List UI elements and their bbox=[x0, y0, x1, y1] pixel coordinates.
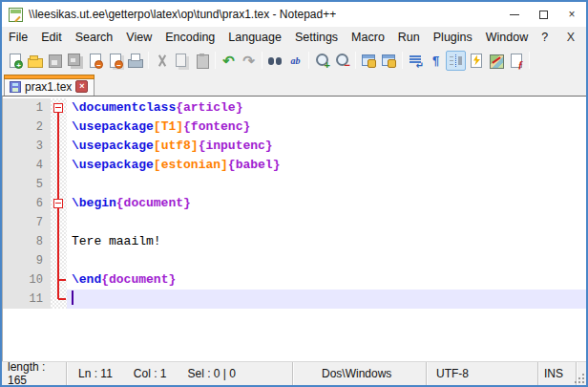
code-line[interactable]: 10\end{document} bbox=[3, 270, 586, 290]
tab-prax1.tex[interactable]: prax1.tex× bbox=[4, 75, 94, 96]
function-list-button[interactable] bbox=[506, 51, 526, 71]
print-button[interactable] bbox=[125, 51, 145, 71]
save-button[interactable] bbox=[45, 51, 65, 71]
toolbar-separator bbox=[402, 52, 403, 69]
resize-grip[interactable] bbox=[577, 362, 586, 385]
tab-close-button[interactable]: × bbox=[75, 80, 88, 93]
open-file-button[interactable] bbox=[25, 51, 45, 71]
paste-icon bbox=[194, 53, 210, 69]
fold-margin-cell bbox=[51, 290, 67, 309]
menu-item-edit[interactable]: Edit bbox=[34, 27, 69, 48]
fold-line bbox=[57, 232, 59, 251]
document-map-icon bbox=[488, 53, 504, 69]
menu-item-search[interactable]: Search bbox=[69, 27, 120, 48]
line-number: 3 bbox=[3, 137, 51, 156]
line-number: 9 bbox=[3, 251, 51, 270]
code-line[interactable]: 1\documentclass{article} bbox=[3, 98, 586, 118]
function-list-icon bbox=[508, 53, 524, 69]
code-text: \documentclass{article} bbox=[67, 98, 586, 118]
menu-item-window[interactable]: Window bbox=[479, 27, 535, 48]
fold-line bbox=[57, 118, 59, 137]
menu-item-file[interactable]: File bbox=[2, 27, 34, 48]
code-line[interactable]: 7 bbox=[3, 213, 586, 232]
menu-item-view[interactable]: View bbox=[119, 27, 158, 48]
status-encoding[interactable]: UTF-8 bbox=[427, 362, 538, 385]
menubar-close-button[interactable]: X bbox=[556, 31, 586, 44]
find-button[interactable] bbox=[265, 51, 285, 71]
fold-line bbox=[58, 279, 66, 281]
word-wrap-button[interactable] bbox=[406, 51, 426, 71]
menu-item-help[interactable]: ? bbox=[535, 27, 555, 48]
zoom-out-icon bbox=[334, 53, 350, 69]
fold-margin-cell bbox=[51, 251, 67, 270]
open-file-icon bbox=[27, 53, 43, 69]
minimize-button[interactable] bbox=[500, 2, 529, 27]
line-number: 7 bbox=[3, 213, 51, 232]
cut-icon bbox=[154, 53, 170, 69]
close-file-button[interactable]: − bbox=[85, 51, 105, 71]
menu-item-plugins[interactable]: Plugins bbox=[427, 27, 479, 48]
replace-button[interactable]: ab bbox=[285, 51, 305, 71]
menu-item-settings[interactable]: Settings bbox=[288, 27, 345, 48]
fold-toggle[interactable] bbox=[51, 194, 67, 213]
line-number: 2 bbox=[3, 118, 51, 137]
sync-horizontal-button[interactable] bbox=[379, 51, 399, 71]
code-line[interactable]: 6\begin{document} bbox=[3, 194, 586, 213]
maximize-button[interactable] bbox=[529, 2, 557, 27]
zoom-in-button[interactable] bbox=[312, 51, 332, 71]
status-eol-format[interactable]: Dos\Windows bbox=[293, 362, 427, 385]
line-number: 4 bbox=[3, 156, 51, 175]
code-text bbox=[67, 175, 586, 194]
toolbar-separator bbox=[148, 52, 149, 69]
status-insert-mode[interactable]: INS bbox=[538, 362, 577, 385]
code-line[interactable]: 11 bbox=[3, 290, 586, 309]
code-editor[interactable]: 1\documentclass{article}2\usepackage[T1]… bbox=[2, 96, 586, 361]
add-badge-icon: + bbox=[14, 60, 23, 69]
zoom-in-icon bbox=[314, 53, 330, 69]
close-all-button[interactable]: − bbox=[105, 51, 125, 71]
copy-button[interactable] bbox=[172, 51, 192, 71]
code-line[interactable]: 9 bbox=[3, 251, 586, 270]
undo-button[interactable]: ↶ bbox=[219, 51, 239, 71]
code-text: \usepackage[utf8]{inputenc} bbox=[67, 137, 586, 156]
save-all-button[interactable] bbox=[65, 51, 85, 71]
code-line[interactable]: 8Tere maailm! bbox=[3, 232, 586, 251]
code-line[interactable]: 2\usepackage[T1]{fontenc} bbox=[3, 118, 586, 137]
fold-box-icon bbox=[53, 199, 63, 208]
menu-item-encoding[interactable]: Encoding bbox=[158, 27, 221, 48]
title-bar[interactable]: \\leesikas.ut.ee\getterpo\latex\op\tund\… bbox=[2, 2, 586, 27]
toolbar: +−−↶↷ab¶ bbox=[2, 48, 586, 73]
text-caret bbox=[72, 290, 74, 305]
new-file-button[interactable]: + bbox=[5, 51, 25, 71]
zoom-out-button[interactable] bbox=[332, 51, 352, 71]
redo-button[interactable]: ↷ bbox=[239, 51, 259, 71]
status-length: length : 165 bbox=[2, 362, 67, 385]
sync-vertical-button[interactable] bbox=[359, 51, 379, 71]
monitoring-button[interactable] bbox=[466, 51, 486, 71]
menu-item-macro[interactable]: Macro bbox=[345, 27, 391, 48]
document-map-button[interactable] bbox=[486, 51, 506, 71]
close-button[interactable]: × bbox=[557, 2, 586, 27]
tab-label: prax1.tex bbox=[25, 78, 72, 94]
paste-button[interactable] bbox=[192, 51, 212, 71]
fold-toggle[interactable] bbox=[51, 98, 67, 118]
fold-margin-cell bbox=[51, 175, 67, 194]
code-text bbox=[67, 251, 586, 270]
monitoring-icon bbox=[468, 53, 484, 69]
fold-margin-cell bbox=[51, 118, 67, 137]
menu-item-language[interactable]: Language bbox=[221, 27, 288, 48]
menu-item-run[interactable]: Run bbox=[391, 27, 427, 48]
show-indent-guide-button[interactable] bbox=[446, 51, 466, 71]
status-position: Ln : 11 Col : 1 Sel : 0 | 0 bbox=[67, 362, 293, 385]
line-number: 10 bbox=[3, 270, 51, 290]
show-all-characters-button[interactable]: ¶ bbox=[426, 51, 446, 71]
cut-button[interactable] bbox=[152, 51, 172, 71]
code-text bbox=[67, 290, 586, 309]
code-line[interactable]: 5 bbox=[3, 175, 586, 194]
replace-icon: ab bbox=[287, 53, 304, 69]
code-line[interactable]: 3\usepackage[utf8]{inputenc} bbox=[3, 137, 586, 156]
code-line[interactable]: 4\usepackage[estonian]{babel} bbox=[3, 156, 586, 175]
fold-margin-cell bbox=[51, 232, 67, 251]
line-number: 8 bbox=[3, 232, 51, 251]
redo-icon: ↷ bbox=[241, 53, 257, 69]
